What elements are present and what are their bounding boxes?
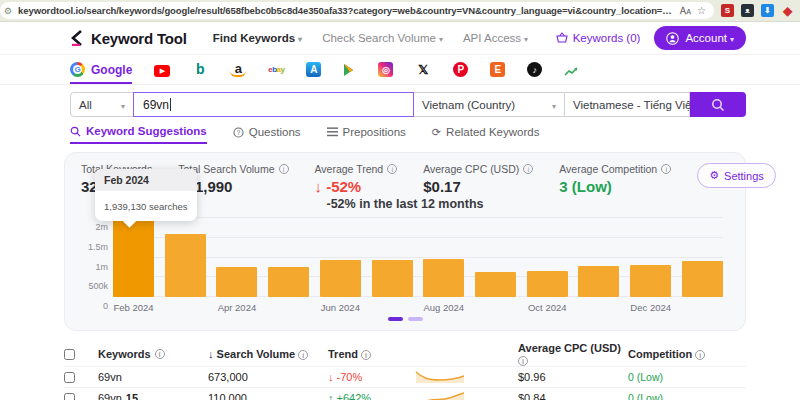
stat-average-trend: Average Trend ↓ -52% — [315, 163, 398, 195]
tab-questions[interactable]: ? Questions — [233, 126, 301, 144]
engine-tab-google-trends[interactable] — [564, 66, 579, 84]
pager-dot[interactable] — [408, 317, 423, 321]
bookmark-star-icon[interactable]: ☆ — [697, 5, 706, 16]
engine-tab-x-twitter[interactable]: 𝕏 — [415, 61, 431, 84]
gear-icon: ⚙ — [709, 169, 719, 182]
bar-dec-2024[interactable] — [630, 265, 671, 297]
bar-sep-2024[interactable] — [475, 272, 516, 297]
search-icon — [711, 98, 725, 112]
overview-card: Total Keywords 32 Total Search Volume 90… — [64, 152, 746, 331]
bar-jun-2024[interactable] — [320, 260, 361, 297]
search-bar: All 69vn Vietnam (Country) Vietnamese - … — [70, 92, 746, 117]
info-icon[interactable] — [523, 164, 533, 174]
keywords-cart-link[interactable]: Keywords (0) — [556, 32, 641, 44]
engine-tab-instagram[interactable]: ◎ — [378, 62, 393, 84]
search-button[interactable] — [690, 92, 746, 117]
info-icon[interactable] — [361, 350, 371, 360]
engine-tab-bing[interactable]: b — [192, 61, 208, 84]
bar-oct-2024[interactable] — [527, 271, 568, 297]
bar-may-2024[interactable] — [268, 267, 309, 297]
info-icon[interactable] — [298, 350, 308, 360]
bar-aug-2024[interactable] — [423, 259, 464, 297]
site-header: Keyword Tool Find Keywords Check Search … — [0, 22, 800, 55]
question-circle-icon: ? — [233, 127, 244, 138]
extension-icon[interactable]: ⬇ — [761, 4, 774, 17]
info-icon[interactable] — [695, 350, 705, 360]
pinterest-icon: P — [453, 62, 468, 77]
tab-prepositions[interactable]: Prepositions — [327, 126, 406, 144]
chart-tooltip: Feb 2024 1,939,130 searches — [95, 169, 197, 221]
bar-jul-2024[interactable] — [372, 260, 413, 297]
engine-tab-tiktok[interactable]: ♪ — [527, 62, 542, 84]
chart-pager — [81, 313, 729, 324]
user-icon — [666, 32, 679, 45]
scope-select[interactable]: All — [70, 92, 134, 117]
info-icon[interactable] — [279, 164, 289, 174]
account-button[interactable]: Account — [654, 26, 746, 50]
nav-api-access[interactable]: API Access — [463, 32, 528, 44]
cpc-cell: $0.96 — [518, 371, 628, 383]
engine-tab-etsy[interactable]: E — [490, 62, 505, 84]
etsy-icon: E — [490, 62, 505, 77]
country-select[interactable]: Vietnam (Country) — [413, 92, 565, 117]
x-axis-label: Jun 2024 — [320, 302, 361, 313]
info-icon[interactable] — [155, 349, 165, 359]
sort-arrow[interactable]: ↓ — [208, 348, 214, 360]
engine-tab-pinterest[interactable]: P — [453, 62, 468, 84]
keyword-input[interactable]: 69vn — [133, 92, 414, 117]
tab-related-keywords[interactable]: ⟳ Related Keywords — [432, 126, 540, 144]
trend-cell: ↑ +642% — [328, 392, 414, 400]
tab-keyword-suggestions[interactable]: Keyword Suggestions — [70, 126, 207, 144]
x-axis-label — [682, 302, 723, 313]
pager-dot-active[interactable] — [388, 317, 403, 321]
select-all-checkbox[interactable] — [64, 349, 75, 360]
youtube-icon: ▶ — [154, 65, 170, 77]
settings-button[interactable]: ⚙ Settings — [697, 163, 776, 188]
translate-icon[interactable]: 🗛 — [680, 5, 691, 17]
bar-jan-2025[interactable] — [682, 261, 723, 297]
language-select[interactable]: Vietnamese - Tiếng Việt — [564, 92, 690, 117]
bar-apr-2024[interactable] — [216, 267, 257, 297]
trend-down-arrow: ↓ — [315, 178, 323, 195]
x-axis-label — [268, 302, 309, 313]
y-axis-tick: 1.5m — [88, 242, 108, 252]
bar-nov-2024[interactable] — [578, 266, 619, 297]
info-icon[interactable] — [387, 164, 397, 174]
engine-tab-youtube[interactable]: ▶ — [154, 65, 170, 84]
nav-find-keywords[interactable]: Find Keywords — [213, 32, 302, 44]
engine-tab-amazon[interactable]: a — [230, 61, 246, 84]
row-checkbox[interactable] — [64, 393, 75, 400]
info-icon[interactable] — [518, 356, 528, 366]
extension-icon[interactable]: S — [721, 4, 734, 17]
y-axis-tick: 1m — [95, 262, 108, 272]
url-text[interactable]: keywordtool.io/search/keywords/google/re… — [18, 5, 674, 16]
main-nav: Find Keywords Check Search Volume API Ac… — [213, 32, 528, 44]
engine-tab-play-store[interactable] — [343, 63, 356, 84]
nav-check-search-volume[interactable]: Check Search Volume — [322, 32, 443, 44]
keyword-cell[interactable]: 69vn15 — [98, 392, 208, 400]
play-store-icon — [343, 63, 356, 77]
bar-feb-2024[interactable] — [113, 220, 154, 297]
engine-tab-app-store[interactable]: A — [306, 62, 321, 84]
trend-cell: ↓ -70% — [328, 371, 414, 383]
table-row[interactable]: 69vn673,000↓ -70%$0.960 (Low) — [64, 366, 746, 387]
extension-icon[interactable]: ◆ — [781, 4, 794, 17]
trend-sparkline — [414, 390, 518, 400]
tooltip-title: Feb 2024 — [95, 169, 197, 191]
row-checkbox[interactable] — [64, 372, 75, 383]
address-bar[interactable]: ⚙ keywordtool.io/search/keywords/google/… — [0, 2, 714, 19]
table-row[interactable]: 69vn15110,000↑ +642%$0.840 (Low) — [64, 387, 746, 400]
engine-tab-google[interactable]: G Google — [70, 62, 132, 84]
x-axis-label: Feb 2024 — [113, 302, 154, 313]
extension-icon[interactable]: ᴥ — [741, 4, 754, 17]
ebay-icon: ebay — [268, 61, 284, 77]
chart-x-axis-labels: Feb 2024Apr 2024Jun 2024Aug 2024Oct 2024… — [113, 302, 723, 313]
engine-tab-ebay[interactable]: ebay — [268, 61, 284, 84]
info-icon[interactable] — [661, 164, 671, 174]
bar-mar-2024[interactable] — [165, 234, 206, 297]
keyword-cell[interactable]: 69vn — [98, 371, 208, 383]
x-axis-label: Apr 2024 — [216, 302, 257, 313]
x-axis-label: Aug 2024 — [423, 302, 464, 313]
keyword-tool-logo[interactable]: Keyword Tool — [70, 30, 187, 47]
cpc-cell: $0.84 — [518, 392, 628, 400]
